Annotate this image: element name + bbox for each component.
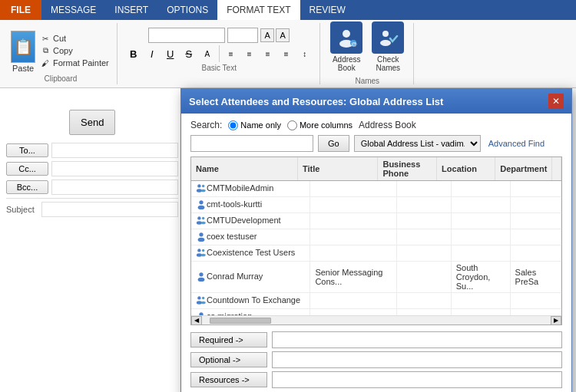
col-title[interactable]: Title xyxy=(297,157,377,181)
font-family-dropdown[interactable] xyxy=(148,28,225,43)
line-spacing-button[interactable]: ↕ xyxy=(296,45,313,62)
align-left-button[interactable]: ≡ xyxy=(223,45,240,62)
scroll-left-button[interactable]: ◀ xyxy=(191,316,202,325)
contact-department-cell xyxy=(510,245,561,262)
table-row[interactable]: CMTMobileAdmin xyxy=(191,181,561,197)
resources-input[interactable] xyxy=(272,371,562,388)
tab-insert[interactable]: INSERT xyxy=(105,0,157,20)
horizontal-scrollbar[interactable]: ◀ ▶ xyxy=(191,315,561,324)
required-button[interactable]: Required -> xyxy=(190,332,267,348)
more-columns-radio[interactable]: More columns xyxy=(287,120,353,130)
strikethrough-button[interactable]: S xyxy=(180,45,197,62)
col-location[interactable]: Location xyxy=(437,157,495,181)
table-row[interactable]: Countdown To Exchange xyxy=(191,293,561,309)
italic-button[interactable]: I xyxy=(144,45,161,62)
contacts-tbody: CMTMobileAdmin cmt-tools-kurtti CMTUDeve… xyxy=(191,181,561,315)
contacts-table-wrap: Name Title Business Phone Location Depar… xyxy=(190,156,562,325)
contact-phone-cell xyxy=(396,229,451,245)
attendees-dialog: Select Attendees and Resources: Global A… xyxy=(180,88,572,392)
check-names-button[interactable]: CheckNames xyxy=(369,21,406,72)
address-book-button[interactable]: @ AddressBook xyxy=(328,21,365,72)
svg-text:@: @ xyxy=(351,41,357,48)
advanced-find-link[interactable]: Advanced Find xyxy=(488,139,545,148)
subject-input[interactable] xyxy=(41,202,178,217)
contact-department-cell: Sales PreSa xyxy=(510,262,561,293)
cc-row: Cc... xyxy=(6,161,178,176)
contact-name-cell: Coexistence Test Users xyxy=(191,245,310,262)
scrollbar-thumb[interactable] xyxy=(210,318,271,324)
svg-point-27 xyxy=(201,301,206,305)
contact-name-cell: CMTMobileAdmin xyxy=(191,181,310,197)
table-row[interactable]: cmt-tools-kurtti xyxy=(191,197,561,213)
col-name[interactable]: Name xyxy=(191,157,297,181)
check-names-svg xyxy=(376,26,399,49)
go-button[interactable]: Go xyxy=(318,135,349,152)
font-size-dropdown[interactable] xyxy=(227,28,258,43)
tab-review[interactable]: REVIEW xyxy=(300,0,355,20)
send-button[interactable]: Send xyxy=(69,110,115,135)
decrease-font-button[interactable]: A xyxy=(276,28,290,42)
svg-point-23 xyxy=(198,278,205,282)
table-row[interactable]: coex testuser xyxy=(191,229,561,245)
bcc-input[interactable] xyxy=(51,180,178,195)
contact-phone-cell xyxy=(396,293,451,309)
contact-department-cell xyxy=(510,309,561,316)
contact-department-cell xyxy=(510,229,561,245)
format-painter-icon: 🖌 xyxy=(40,58,51,68)
underline-button[interactable]: U xyxy=(162,45,179,62)
search-label: Search: xyxy=(190,120,222,130)
paste-button[interactable]: 📋 Paste xyxy=(11,31,35,73)
svg-point-24 xyxy=(197,296,200,299)
table-row[interactable]: cs.migration xyxy=(191,309,561,316)
bcc-button[interactable]: Bcc... xyxy=(6,180,48,194)
contact-department-cell xyxy=(510,213,561,229)
dialog-close-button[interactable]: ✕ xyxy=(548,94,564,109)
scroll-right-button[interactable]: ▶ xyxy=(551,316,561,325)
optional-button[interactable]: Optional -> xyxy=(190,352,267,367)
contact-phone-cell xyxy=(396,197,451,213)
name-only-radio[interactable]: Name only xyxy=(228,120,281,130)
search-field[interactable] xyxy=(190,135,313,152)
divider xyxy=(219,45,220,62)
tab-options[interactable]: OPTIONS xyxy=(157,0,217,20)
align-right-button[interactable]: ≡ xyxy=(260,45,276,62)
tab-format-text[interactable]: FORMAT TEXT xyxy=(217,0,300,20)
contact-name-cell: Conrad Murray xyxy=(191,262,310,293)
ribbon-tabs: FILE MESSAGE INSERT OPTIONS FORMAT TEXT … xyxy=(0,0,355,20)
to-button[interactable]: To... xyxy=(6,143,48,157)
divider xyxy=(6,198,178,199)
copy-button[interactable]: ⧉ Copy xyxy=(38,44,111,57)
attendee-fields: Required -> Optional -> Resources -> xyxy=(190,331,562,388)
bold-button[interactable]: B xyxy=(125,45,142,62)
highlight-button[interactable]: A xyxy=(199,45,216,62)
contacts-table-scroll[interactable]: CMTMobileAdmin cmt-tools-kurtti CMTUDeve… xyxy=(191,181,561,315)
col-phone[interactable]: Business Phone xyxy=(378,157,437,181)
table-row[interactable]: CMTUDevelopment xyxy=(191,213,561,229)
required-input[interactable] xyxy=(272,331,562,348)
address-book-dropdown[interactable]: Global Address List - vadim.grinkolts@bi… xyxy=(354,135,481,152)
col-department[interactable]: Department xyxy=(495,157,552,181)
optional-row: Optional -> xyxy=(190,351,562,368)
table-row[interactable]: Coexistence Test Users xyxy=(191,245,561,262)
resources-button[interactable]: Resources -> xyxy=(190,372,267,387)
contact-phone-cell xyxy=(396,181,451,197)
required-row: Required -> xyxy=(190,331,562,348)
cc-input[interactable] xyxy=(51,161,178,176)
justify-button[interactable]: ≡ xyxy=(278,45,295,62)
contact-title-cell xyxy=(310,181,397,197)
cc-button[interactable]: Cc... xyxy=(6,162,48,176)
svg-point-18 xyxy=(197,249,200,252)
tab-message[interactable]: MESSAGE xyxy=(41,0,105,20)
cut-button[interactable]: ✂ Cut xyxy=(38,32,111,44)
optional-input[interactable] xyxy=(272,351,562,368)
to-input[interactable] xyxy=(51,143,178,158)
align-center-button[interactable]: ≡ xyxy=(241,45,258,62)
svg-point-12 xyxy=(197,216,200,219)
format-painter-button[interactable]: 🖌 Format Painter xyxy=(38,57,111,69)
contact-phone-cell xyxy=(396,309,451,316)
increase-font-button[interactable]: A xyxy=(260,28,274,42)
table-row[interactable]: Conrad Murray Senior Messaging Cons... S… xyxy=(191,262,561,293)
contact-location-cell xyxy=(451,293,510,309)
contact-location-cell xyxy=(451,213,510,229)
tab-file[interactable]: FILE xyxy=(0,0,41,20)
